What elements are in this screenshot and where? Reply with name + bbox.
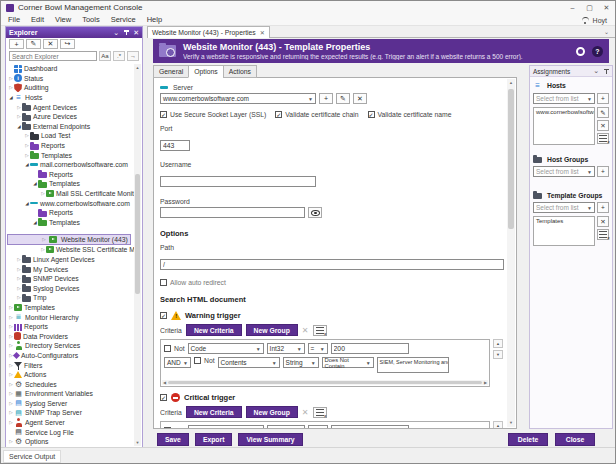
tree-item[interactable]: ▷ Syslog Server	[7, 399, 134, 409]
not-checkbox[interactable]	[164, 345, 171, 352]
field-select[interactable]: Code▼	[188, 425, 264, 428]
tree-item[interactable]: ▷ Filters	[7, 360, 134, 370]
new-criteria-button[interactable]: New Criteria	[186, 406, 242, 418]
tree-item[interactable]: ▷ My Devices	[7, 264, 134, 274]
tree-item[interactable]: Reports	[7, 170, 134, 180]
scrollbar-thumb[interactable]	[135, 174, 140, 294]
move-button[interactable]: ↪	[60, 39, 75, 49]
add-host-button[interactable]: +	[597, 93, 609, 104]
search-go-button[interactable]: →	[127, 51, 139, 61]
tree-item[interactable]: ◢ External Endpoints	[7, 122, 134, 132]
add-server-button[interactable]: +	[319, 93, 333, 104]
form-action-button[interactable]: Save	[157, 433, 189, 446]
warning-trigger-checkbox[interactable]	[160, 312, 167, 319]
scroll-up-icon[interactable]: ▲	[134, 64, 141, 71]
path-input[interactable]	[160, 259, 504, 270]
tab-list-chevron-icon[interactable]: ⌄	[604, 28, 609, 35]
clear-host-list-button[interactable]	[597, 133, 609, 144]
move-up-icon[interactable]: ▲	[493, 421, 503, 428]
template-group-list-item[interactable]: Templates	[536, 218, 592, 224]
not-checkbox[interactable]	[194, 357, 201, 364]
tree-item[interactable]: ▷ Azure Devices	[7, 112, 134, 122]
value-textarea[interactable]: SIEM, Server Monitoring and Compliance T…	[377, 357, 449, 373]
remove-host-button[interactable]: ✕	[597, 120, 609, 131]
tree-item[interactable]: ▷ Directory Services	[7, 341, 134, 351]
tree-item[interactable]: ◢ Templates	[7, 218, 134, 228]
template-groups-listbox[interactable]: Templates	[533, 216, 595, 246]
footer-button[interactable]: Delete	[508, 433, 548, 446]
tree-item[interactable]: ▷ Auto-Configurators	[7, 351, 134, 361]
tab-close-icon[interactable]: ✕	[260, 29, 265, 36]
form-action-button[interactable]: View Summary	[238, 433, 302, 446]
tree-item[interactable]: ▷ Agent Devices	[7, 102, 134, 112]
property-tab[interactable]: Options	[188, 65, 222, 78]
operator-select[interactable]: Does Not Contain▼	[322, 357, 374, 368]
hosts-select[interactable]: Select from list▼	[533, 93, 595, 104]
tree-item[interactable]: Reports	[7, 208, 134, 218]
checkbox[interactable]	[275, 111, 282, 118]
critical-trigger-checkbox[interactable]	[160, 394, 167, 401]
tree-item[interactable]: ▷ Load Test	[7, 131, 134, 141]
type-select[interactable]: Int32▼	[267, 343, 305, 354]
scrollbar-thumb[interactable]	[508, 89, 514, 229]
minimize-icon[interactable]: –	[564, 1, 581, 14]
maximize-icon[interactable]: ▢	[581, 1, 598, 14]
reveal-password-button[interactable]	[308, 207, 322, 218]
clear-template-group-list-button[interactable]	[597, 229, 609, 240]
tree-item[interactable]: ▷ Reports	[7, 322, 134, 332]
tree-item[interactable]: ▷ Templates	[7, 150, 134, 160]
tree-item[interactable]: ▷ Website Monitor (443)	[7, 234, 131, 245]
menu-item[interactable]: File	[8, 15, 20, 24]
new-group-button[interactable]: New Group	[246, 406, 298, 418]
tree-item[interactable]: ▷ Agent Server	[7, 418, 134, 428]
auto-redirect-row[interactable]: Allow auto redirect	[160, 279, 504, 286]
scroll-left-icon[interactable]: ◀	[162, 380, 167, 385]
auto-redirect-checkbox[interactable]	[160, 279, 167, 286]
tree-item[interactable]: Dashboard	[7, 64, 134, 74]
operator-select[interactable]: !=▼	[308, 425, 328, 428]
tree-item[interactable]: ▷ SNMP Devices	[7, 274, 134, 284]
tree-item[interactable]: ▷ Syslog Devices	[7, 283, 134, 293]
tree-expander-icon[interactable]: ▷	[41, 237, 47, 242]
checkbox-row[interactable]: Validate certificate chain	[275, 111, 358, 118]
value-input[interactable]	[331, 425, 409, 428]
menu-item[interactable]: Service	[111, 15, 136, 24]
type-select[interactable]: String▼	[283, 357, 319, 368]
host-list-item[interactable]: www.cornerbowlsoftware.com	[536, 109, 592, 115]
tree-item[interactable]: ▷ Templates	[7, 303, 134, 313]
tree-item[interactable]: ◢ www.cornerbowlsoftware.com	[7, 198, 134, 208]
chevron-down-icon[interactable]: ⌄	[593, 67, 599, 75]
tree-item[interactable]: ▷ Linux Agent Devices	[7, 255, 134, 265]
password-input[interactable]	[160, 207, 305, 218]
criteria-hscrollbar[interactable]: ◀ ▶	[162, 380, 488, 385]
scrollbar-thumb[interactable]	[168, 381, 482, 384]
tree-item[interactable]: ▷ Actions	[7, 370, 134, 380]
tree-item[interactable]: ▷ Auditing	[7, 83, 134, 93]
tree-item[interactable]: ▷ Status	[7, 74, 134, 84]
tree-item[interactable]: ▷ Reports	[7, 141, 134, 151]
move-up-icon[interactable]: ▲	[493, 339, 503, 348]
field-select[interactable]: Code▼	[188, 343, 264, 354]
criteria-list-button[interactable]	[313, 407, 327, 418]
footer-button[interactable]: Close	[555, 433, 595, 446]
tree-item[interactable]: ▷ SNMP Trap Server	[7, 408, 134, 418]
add-host-group-button[interactable]: +	[597, 166, 609, 177]
hosts-listbox[interactable]: www.cornerbowlsoftware.com	[533, 107, 595, 145]
scroll-down-icon[interactable]: ▼	[507, 419, 515, 427]
value-input[interactable]	[331, 343, 409, 354]
tree-item[interactable]: ▷ Options	[7, 437, 134, 446]
tree-expander-icon[interactable]: ▷	[8, 85, 14, 90]
scroll-down-icon[interactable]: ▼	[134, 439, 141, 446]
add-button[interactable]: +	[9, 39, 24, 49]
not-checkbox[interactable]	[164, 427, 171, 428]
new-group-button[interactable]: New Group	[246, 324, 298, 336]
tree-item[interactable]: ◢ mail.cornerbowlsoftware.com	[7, 160, 134, 170]
chevron-down-icon[interactable]: ⌄	[113, 29, 119, 37]
field-select[interactable]: Contents▼	[218, 357, 280, 368]
remove-template-group-button[interactable]: ✕	[597, 216, 609, 227]
explorer-scrollbar[interactable]: ▲ ▼	[134, 64, 141, 446]
scroll-right-icon[interactable]: ▶	[483, 380, 488, 385]
delete-criteria-icon[interactable]: ✕	[302, 408, 309, 417]
document-tab[interactable]: Website Monitor (443) - Properties ✕	[147, 26, 270, 38]
edit-button[interactable]: ✎	[26, 39, 41, 49]
